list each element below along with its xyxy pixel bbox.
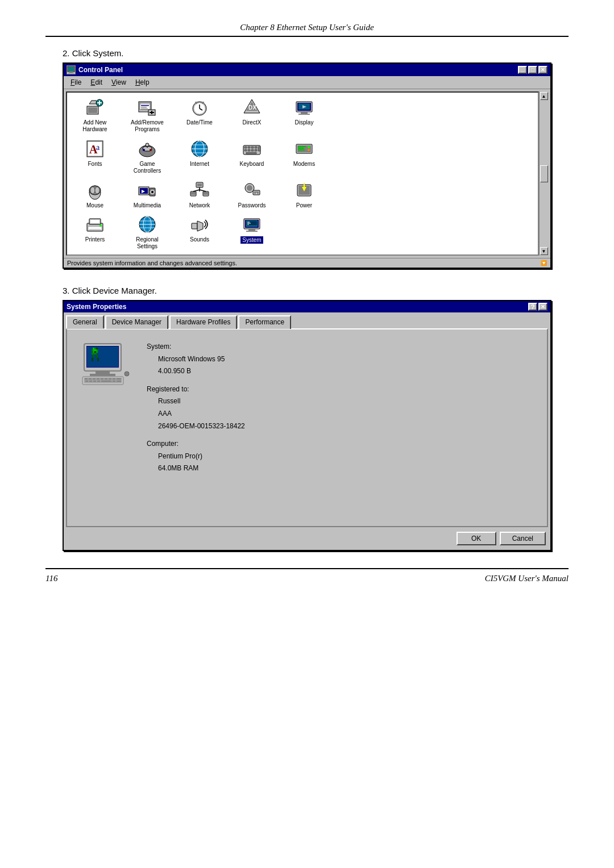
icon-regional-settings[interactable]: RegionalSettings — [122, 212, 173, 252]
registered-name: Russell — [147, 397, 180, 405]
icon-fonts-label: Fonts — [88, 161, 102, 167]
svg-rect-78 — [197, 183, 202, 186]
svg-rect-124 — [93, 349, 97, 351]
svg-rect-58 — [246, 152, 256, 154]
tab-performance[interactable]: Performance — [238, 315, 291, 329]
svg-rect-2 — [69, 72, 73, 73]
svg-rect-149 — [93, 381, 96, 382]
system-icon-area — [78, 341, 135, 386]
system-properties-titlebar: System Properties ? ✕ — [64, 301, 550, 312]
dialog-buttons: OK Cancel — [64, 527, 550, 550]
icon-power-label: Power — [296, 202, 312, 208]
registered-id: 26496-OEM-0015323-18422 — [147, 422, 245, 430]
menu-help[interactable]: Help — [131, 77, 154, 87]
system-info: System: Microsoft Windows 95 4.00.950 B … — [73, 335, 541, 486]
icon-system[interactable]: System — [226, 212, 277, 252]
icon-multimedia[interactable]: Multimedia — [122, 178, 173, 211]
icon-passwords[interactable]: Passwords — [226, 178, 277, 211]
icon-display[interactable]: Display — [279, 95, 330, 135]
svg-rect-145 — [113, 378, 115, 379]
tab-general[interactable]: General — [66, 315, 104, 329]
icon-mouse-label: Mouse — [86, 202, 103, 208]
svg-point-70 — [95, 187, 99, 194]
svg-rect-99 — [89, 229, 101, 229]
icon-internet[interactable]: Internet — [174, 136, 225, 177]
svg-rect-132 — [92, 358, 93, 361]
svg-rect-22 — [195, 102, 197, 104]
svg-rect-55 — [251, 149, 254, 151]
scroll-up-button[interactable]: ▲ — [540, 92, 548, 100]
svg-point-69 — [90, 187, 95, 194]
icon-keyboard[interactable]: Keyboard — [226, 136, 277, 177]
scroll-thumb[interactable] — [540, 165, 548, 182]
page-footer: 116 CI5VGM User's Manual — [45, 568, 569, 583]
icon-directx[interactable]: DX DirectX — [226, 95, 277, 135]
svg-rect-106 — [192, 223, 197, 229]
icon-internet-label: Internet — [190, 161, 209, 167]
svg-point-76 — [151, 191, 154, 193]
tab-device-manager[interactable]: Device Manager — [105, 315, 168, 329]
menu-edit[interactable]: Edit — [86, 77, 107, 87]
svg-rect-29 — [301, 112, 308, 114]
svg-rect-147 — [85, 381, 88, 382]
icon-add-remove-programs[interactable]: Add/RemovePrograms — [122, 95, 173, 135]
ok-button[interactable]: OK — [457, 532, 496, 545]
svg-rect-140 — [93, 378, 96, 379]
icon-keyboard-label: Keyboard — [240, 161, 264, 167]
icon-system-label: System — [240, 236, 263, 244]
menu-view[interactable]: View — [107, 77, 131, 87]
svg-rect-80 — [191, 192, 196, 195]
svg-rect-142 — [101, 378, 103, 379]
svg-rect-57 — [258, 147, 260, 151]
icon-add-new-hardware[interactable]: Add NewHardware — [69, 95, 121, 135]
svg-rect-122 — [96, 348, 98, 349]
svg-rect-98 — [88, 227, 102, 230]
close-button[interactable]: ✕ — [538, 66, 547, 74]
svg-rect-150 — [97, 381, 100, 382]
svg-text:DX: DX — [248, 105, 256, 111]
svg-point-154 — [125, 372, 129, 376]
svg-rect-52 — [255, 147, 257, 148]
cancel-button[interactable]: Cancel — [500, 532, 546, 545]
tabs-row: General Device Manager Hardware Profiles… — [64, 312, 550, 328]
registered-company: AAA — [147, 410, 172, 418]
control-panel-icons: Add NewHardware Add/ — [66, 91, 539, 256]
svg-point-42 — [150, 149, 152, 151]
menu-file[interactable]: File — [66, 77, 86, 87]
icon-game-controllers[interactable]: GameControllers — [122, 136, 173, 177]
svg-point-41 — [143, 149, 145, 151]
svg-rect-151 — [101, 381, 111, 382]
system-text-area: System: Microsoft Windows 95 4.00.950 B … — [147, 341, 245, 481]
icon-mouse[interactable]: Mouse — [69, 178, 121, 211]
close-button-sysprops[interactable]: ✕ — [538, 303, 547, 311]
icon-printers[interactable]: Printers — [69, 212, 121, 252]
svg-point-40 — [146, 143, 149, 147]
icon-date-time[interactable]: Date/Time — [174, 95, 225, 135]
svg-rect-141 — [97, 378, 99, 379]
icon-power[interactable]: Power — [279, 178, 330, 211]
svg-rect-121 — [94, 348, 96, 349]
svg-rect-111 — [246, 231, 258, 232]
tab-hardware-profiles[interactable]: Hardware Profiles — [169, 315, 237, 329]
computer-label: Computer: — [147, 440, 179, 448]
svg-rect-130 — [93, 354, 94, 358]
svg-line-85 — [200, 190, 206, 191]
svg-rect-135 — [90, 374, 115, 376]
svg-rect-153 — [117, 381, 121, 382]
icon-sounds-label: Sounds — [190, 236, 209, 243]
svg-rect-1 — [68, 67, 74, 71]
icon-modems[interactable]: Modems — [279, 136, 330, 177]
maximize-button[interactable]: □ — [528, 66, 537, 74]
computer-type: Pentium Pro(r) — [147, 452, 202, 460]
svg-rect-23 — [202, 102, 204, 104]
icon-display-label: Display — [295, 119, 314, 126]
computer-icon — [81, 341, 132, 386]
icon-add-remove-programs-label: Add/RemovePrograms — [131, 119, 164, 133]
minimize-button[interactable]: _ — [518, 66, 527, 74]
help-button[interactable]: ? — [528, 303, 537, 311]
icon-network[interactable]: Network — [174, 178, 225, 211]
system-os: Microsoft Windows 95 — [147, 355, 225, 363]
icon-sounds[interactable]: Sounds — [174, 212, 225, 252]
icon-fonts[interactable]: A a Fonts — [69, 136, 121, 177]
scroll-down-button[interactable]: ▼ — [540, 247, 548, 255]
